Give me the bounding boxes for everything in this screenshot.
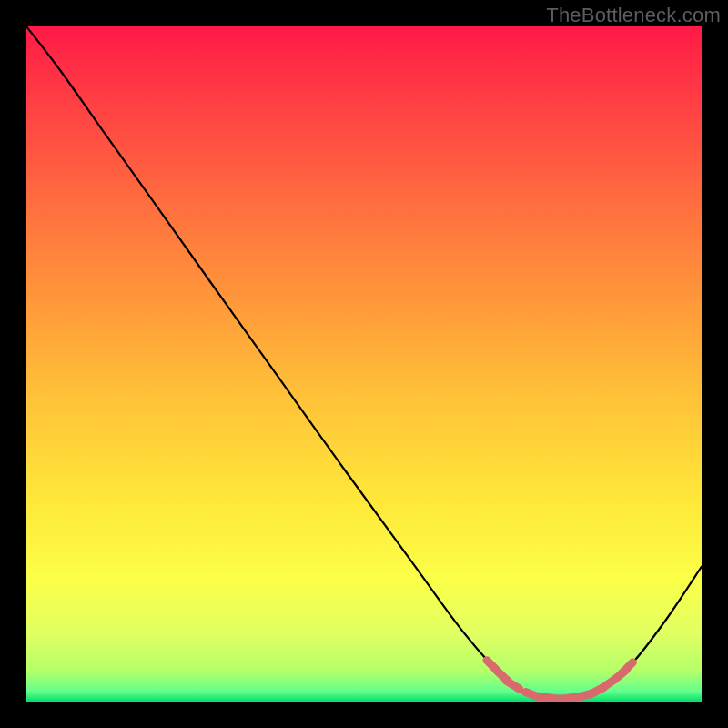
gradient-background	[26, 26, 702, 702]
watermark-text: TheBottleneck.com	[546, 4, 721, 27]
bottleneck-chart	[26, 26, 702, 702]
plot-area	[26, 26, 702, 702]
chart-frame: TheBottleneck.com	[0, 0, 728, 728]
